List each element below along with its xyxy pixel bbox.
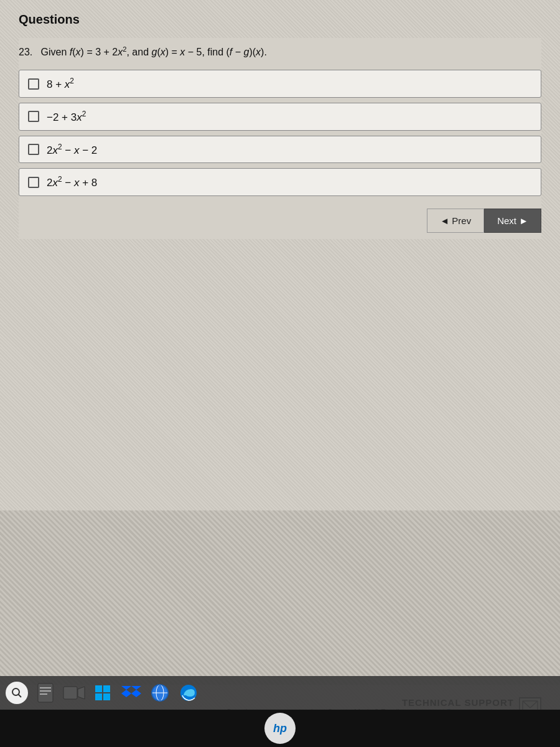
svg-marker-13 xyxy=(121,686,131,697)
option-d-text: 2x2 − x + 8 xyxy=(47,175,97,189)
option-d[interactable]: 2x2 − x + 8 xyxy=(19,168,541,196)
option-a-text: 8 + x2 xyxy=(47,77,74,91)
next-button[interactable]: Next ► xyxy=(484,209,541,233)
taskbar-windows[interactable] xyxy=(90,680,116,706)
svg-rect-4 xyxy=(40,687,51,688)
taskbar-globe1[interactable] xyxy=(147,680,173,706)
checkbox-a[interactable] xyxy=(28,78,39,90)
taskbar-edge[interactable] xyxy=(175,680,202,706)
svg-rect-3 xyxy=(38,684,53,702)
page-title: Questions xyxy=(19,12,541,27)
hp-logo: hp xyxy=(264,713,296,744)
svg-rect-11 xyxy=(95,693,102,700)
option-c[interactable]: 2x2 − x − 2 xyxy=(19,136,541,164)
taskbar-video[interactable] xyxy=(61,680,87,706)
search-icon xyxy=(6,682,28,704)
svg-rect-5 xyxy=(40,690,51,692)
svg-rect-12 xyxy=(103,693,110,700)
svg-point-1 xyxy=(12,688,19,695)
taskbar-dropbox[interactable] xyxy=(118,680,144,706)
main-content: Questions 23. Given f(x) = 3 + 2x2, and … xyxy=(0,0,560,510)
svg-marker-8 xyxy=(78,687,85,699)
checkbox-c[interactable] xyxy=(28,144,39,155)
option-c-text: 2x2 − x − 2 xyxy=(47,143,97,157)
navigation-buttons: ◄ Prev Next ► xyxy=(19,209,541,233)
prev-label: ◄ Prev xyxy=(440,215,471,226)
checkbox-d[interactable] xyxy=(28,177,39,188)
svg-rect-7 xyxy=(63,687,77,699)
svg-marker-14 xyxy=(131,686,141,697)
taskbar-search[interactable] xyxy=(4,680,30,706)
option-a[interactable]: 8 + x2 xyxy=(19,70,541,98)
option-b[interactable]: −2 + 3x2 xyxy=(19,103,541,131)
option-b-text: −2 + 3x2 xyxy=(47,110,86,124)
next-label: Next ► xyxy=(497,215,528,226)
prev-button[interactable]: ◄ Prev xyxy=(427,209,484,233)
empty-space xyxy=(0,510,560,685)
svg-rect-9 xyxy=(95,685,102,692)
svg-rect-10 xyxy=(103,685,110,692)
svg-rect-6 xyxy=(40,693,47,695)
taskbar xyxy=(0,676,560,710)
svg-line-2 xyxy=(19,695,22,698)
taskbar-file[interactable] xyxy=(32,680,58,706)
question-text: 23. Given f(x) = 3 + 2x2, and g(x) = x −… xyxy=(19,44,541,60)
bottom-bar: hp xyxy=(0,710,560,747)
question-number: 23. Given f(x) = 3 + 2x2, and g(x) = x −… xyxy=(19,47,267,57)
question-block: 23. Given f(x) = 3 + 2x2, and g(x) = x −… xyxy=(19,38,541,239)
checkbox-b[interactable] xyxy=(28,111,39,122)
